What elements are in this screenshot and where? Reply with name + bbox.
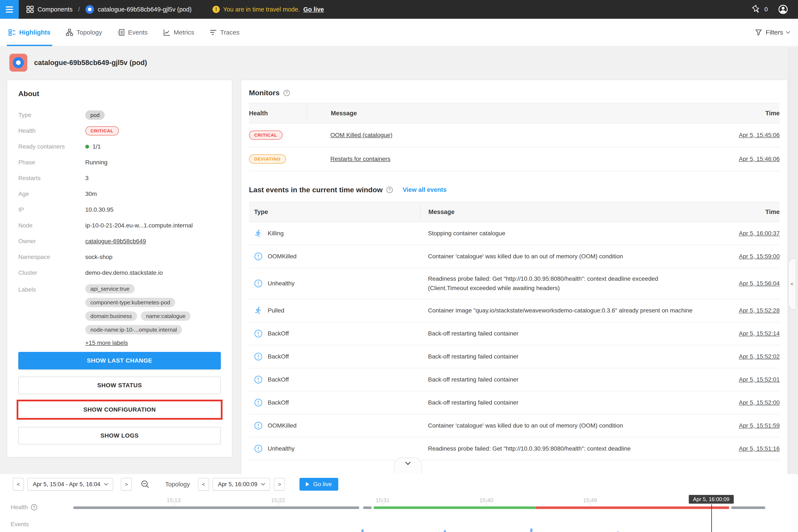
traces-icon	[210, 29, 217, 36]
owner-link[interactable]: catalogue-69b58cb649	[85, 238, 146, 245]
zoom-out-button[interactable]	[140, 479, 150, 489]
filters-button[interactable]: Filters	[755, 29, 790, 36]
time-marker-tooltip: Apr 5, 16:00:09	[689, 495, 734, 504]
show-status-button[interactable]: SHOW STATUS	[18, 377, 221, 394]
health-timeline-track[interactable]	[73, 507, 765, 509]
help-icon[interactable]: ?	[284, 90, 290, 96]
event-type-cell: Unhealthy	[249, 444, 420, 453]
event-type-label: BackOff	[268, 330, 289, 337]
restarts-value: 3	[85, 175, 89, 182]
age-value: 30m	[85, 191, 97, 197]
view-all-events-link[interactable]: View all events	[403, 186, 446, 193]
monitor-row: DEVIATINGRestarts for containersApr 5, 1…	[249, 147, 780, 171]
label-pill: api_service:true	[85, 284, 135, 293]
annotation-highlight-box: SHOW CONFIGURATION	[17, 400, 223, 420]
help-icon[interactable]: ?	[386, 187, 393, 193]
column-header-type: Type	[249, 208, 420, 215]
event-type-cell: OOMKilled	[249, 421, 420, 430]
tab-events[interactable]: Events	[117, 19, 148, 46]
monitor-link[interactable]: Restarts for containers	[330, 156, 391, 162]
event-type-label: Unhealthy	[268, 445, 294, 452]
time-next-button[interactable]: >	[274, 478, 285, 491]
label-pill: name:catalogue	[141, 311, 191, 321]
time-link[interactable]: Apr 5, 15:52:02	[739, 353, 780, 360]
alert-circle-icon	[254, 398, 263, 407]
event-time-cell: Apr 5, 15:52:00	[699, 399, 780, 406]
about-row-ready: Ready containers 1/1	[18, 139, 221, 154]
breadcrumb-components[interactable]: Components	[38, 6, 73, 13]
time-link[interactable]: Apr 5, 16:00:37	[739, 230, 780, 236]
go-live-link[interactable]: Go live	[303, 6, 324, 13]
axis-tick-mark	[174, 500, 174, 506]
event-message: Back-off restarting failed container	[428, 353, 518, 360]
time-link[interactable]: Apr 5, 15:59:00	[739, 253, 780, 260]
time-link[interactable]: Apr 5, 15:51:59	[739, 422, 780, 429]
health-segment	[363, 507, 372, 509]
event-message-cell: Readiness probe failed: Get "http://10.0…	[420, 274, 699, 293]
time-link[interactable]: Apr 5, 15:45:06	[739, 132, 780, 138]
event-message: Readiness probe failed: Get "http://10.0…	[428, 276, 658, 291]
time-link[interactable]: Apr 5, 15:56:04	[739, 280, 780, 287]
label-pill: component-type:kubernetes-pod	[85, 298, 175, 307]
pin-icon[interactable]	[752, 5, 760, 14]
show-logs-button[interactable]: SHOW LOGS	[18, 427, 221, 444]
time-link[interactable]: Apr 5, 15:46:06	[739, 156, 780, 162]
help-icon[interactable]: ?	[31, 504, 37, 511]
monitor-link[interactable]: OOM Killed (catalogue)	[330, 132, 393, 138]
axis-tick-mark	[590, 500, 591, 506]
menu-button[interactable]	[0, 0, 19, 19]
about-row-owner: Owner catalogue-69b58cb649	[18, 233, 221, 249]
tab-highlights[interactable]: Highlights	[8, 19, 51, 46]
ready-value: 1/1	[93, 143, 101, 150]
time-link[interactable]: Apr 5, 15:52:14	[739, 330, 780, 337]
tab-traces[interactable]: Traces	[210, 19, 240, 46]
runner-icon	[254, 306, 263, 315]
time-link[interactable]: Apr 5, 15:52:00	[739, 399, 780, 406]
event-message-cell: Readiness probe failed: Get "http://10.0…	[420, 444, 699, 453]
details-panel: Monitors ? Health Message Time CRITICALO…	[241, 80, 788, 474]
column-header-message: Message	[420, 205, 699, 219]
event-type-label: Pulled	[268, 307, 284, 314]
timeline-expand-handle[interactable]	[394, 457, 422, 474]
time-range-dropdown[interactable]: Apr 5, 15:04 - Apr 5, 16:04	[27, 478, 113, 491]
event-row: KillingStopping container catalogueApr 5…	[249, 222, 780, 245]
about-heading: About	[18, 90, 221, 98]
about-row-cluster: Cluster demo-dev.demo.stackstate.io	[18, 265, 221, 281]
current-time-dropdown[interactable]: Apr 5, 16:00:09	[212, 478, 270, 491]
monitor-time-cell: Apr 5, 15:46:06	[699, 156, 780, 163]
event-row: BackOffBack-off restarting failed contai…	[249, 368, 780, 391]
play-icon	[306, 482, 309, 487]
components-grid-icon	[26, 6, 34, 13]
breadcrumb-entity[interactable]: catalogue-69b58cb649-gjl5v (pod)	[98, 6, 192, 13]
show-last-change-button[interactable]: SHOW LAST CHANGE	[18, 352, 221, 369]
event-histogram-bar	[444, 530, 446, 532]
time-prev-button[interactable]: <	[198, 478, 209, 491]
show-configuration-button[interactable]: SHOW CONFIGURATION	[18, 401, 221, 418]
events-heading-row: Last events in the current time window ?…	[249, 186, 780, 194]
about-row-health: Health CRITICAL	[18, 123, 221, 139]
events-timeline-track[interactable]	[73, 524, 765, 532]
chevron-down-icon	[104, 481, 108, 486]
range-prev-button[interactable]: <	[13, 478, 24, 491]
time-link[interactable]: Apr 5, 15:52:01	[739, 376, 780, 383]
tab-topology[interactable]: Topology	[66, 19, 102, 46]
health-segment	[73, 507, 359, 509]
event-message-cell: Stopping container catalogue	[420, 229, 699, 238]
event-time-cell: Apr 5, 15:52:01	[699, 376, 780, 383]
expand-right-panel-handle[interactable]: <	[788, 258, 795, 309]
event-time-cell: Apr 5, 15:52:14	[699, 330, 780, 337]
node-value: ip-10-0-21-204.eu-w...1.compute.internal	[85, 222, 193, 229]
event-type-cell: Pulled	[249, 306, 420, 315]
time-link[interactable]: Apr 5, 15:51:16	[739, 445, 780, 452]
event-message: Back-off restarting failed container	[428, 399, 518, 406]
user-avatar[interactable]	[778, 4, 788, 15]
range-next-button[interactable]: >	[121, 478, 132, 491]
tab-metrics[interactable]: Metrics	[163, 19, 194, 46]
entity-header: catalogue-69b58cb649-gjl5v (pod)	[10, 54, 147, 72]
app-window: Components / catalogue-69b58cb649-gjl5v …	[0, 0, 798, 532]
event-type-cell: BackOff	[249, 352, 420, 361]
more-labels-link[interactable]: +15 more labels	[85, 340, 221, 346]
monitor-health-cell: DEVIATING	[249, 154, 306, 164]
go-live-button[interactable]: Go live	[300, 478, 338, 491]
time-link[interactable]: Apr 5, 15:52:28	[739, 307, 780, 314]
